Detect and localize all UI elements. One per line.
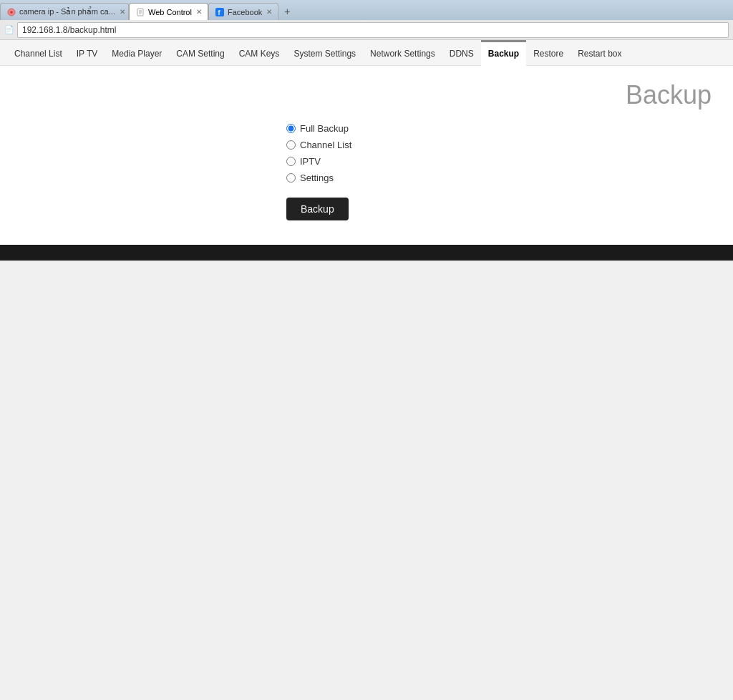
backup-form: Full Backup Channel List IPTV Settings B… [286,123,719,220]
tab-bar: camera ip - Sản phẩm ca... ✕ Web Control… [0,0,733,20]
main-content: Backup Full Backup Channel List IPTV Set… [0,66,733,245]
backup-button[interactable]: Backup [286,198,349,220]
channel-list-label: Channel List [300,140,351,150]
tab-web-control[interactable]: Web Control ✕ [129,3,208,20]
backup-options: Full Backup Channel List IPTV Settings [286,123,351,183]
tab-facebook-label: Facebook [228,8,262,16]
nav-item-iptv[interactable]: IP TV [69,40,105,66]
option-channel-list[interactable]: Channel List [286,140,351,150]
nav-item-cam-keys[interactable]: CAM Keys [232,40,287,66]
svg-point-1 [10,11,13,14]
nav-item-ddns[interactable]: DDNS [442,40,481,66]
tab-camera-ip[interactable]: camera ip - Sản phẩm ca... ✕ [0,3,129,20]
option-iptv[interactable]: IPTV [286,156,351,167]
nav-item-system-settings[interactable]: System Settings [286,40,363,66]
tab-facebook[interactable]: f Facebook ✕ [208,3,278,20]
option-settings[interactable]: Settings [286,172,351,183]
nav-item-backup[interactable]: Backup [481,40,526,66]
tab-web-control-label: Web Control [148,8,192,16]
nav-item-channel-list[interactable]: Channel List [7,40,69,66]
address-bar-row: 📄 [0,20,733,40]
nav-item-media-player[interactable]: Media Player [105,40,169,66]
footer-bar [0,245,733,261]
radio-iptv[interactable] [286,157,296,166]
address-bar[interactable] [17,22,729,38]
camera-favicon [6,7,16,17]
tab-web-control-close[interactable]: ✕ [196,8,202,16]
new-tab-button[interactable]: + [278,3,296,20]
nav-item-network-settings[interactable]: Network Settings [363,40,442,66]
nav-item-cam-setting[interactable]: CAM Setting [169,40,231,66]
radio-settings[interactable] [286,173,296,183]
full-backup-label: Full Backup [300,123,349,134]
nav-item-restore[interactable]: Restore [526,40,571,66]
nav-menu: Channel List IP TV Media Player CAM Sett… [0,40,733,66]
tab-camera-close[interactable]: ✕ [120,8,125,16]
iptv-label: IPTV [300,156,321,167]
page-icon: 📄 [4,25,14,34]
settings-label: Settings [300,172,334,183]
nav-item-restart-box[interactable]: Restart box [571,40,628,66]
tab-camera-label: camera ip - Sản phẩm ca... [19,7,115,16]
facebook-favicon: f [215,7,225,17]
browser-chrome: camera ip - Sản phẩm ca... ✕ Web Control… [0,0,733,40]
radio-channel-list[interactable] [286,140,296,150]
option-full-backup[interactable]: Full Backup [286,123,351,134]
radio-full-backup[interactable] [286,124,296,133]
tab-facebook-close[interactable]: ✕ [266,8,272,16]
page-title: Backup [626,80,712,110]
doc-favicon [135,7,145,17]
